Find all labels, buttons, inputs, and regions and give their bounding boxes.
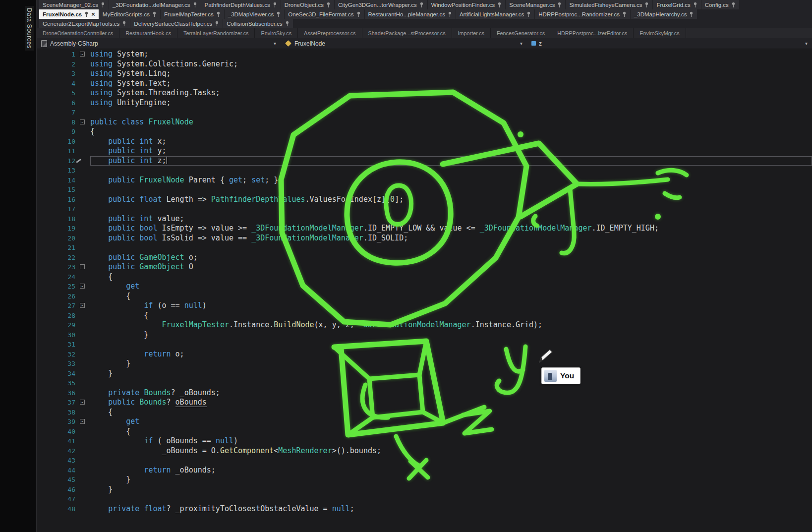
code-line-48[interactable]: 48 private float? _proximityToClosestObs… <box>37 504 812 514</box>
breakpoint-margin[interactable] <box>37 494 52 504</box>
breakpoint-margin[interactable] <box>37 166 52 176</box>
code-line-44[interactable]: 44 return _oBounds; <box>37 466 812 475</box>
code-line-25[interactable]: 25- get <box>37 282 812 292</box>
code-line-34[interactable]: 34 } <box>37 369 812 379</box>
code-line-40[interactable]: 40 { <box>37 427 812 437</box>
breakpoint-margin[interactable] <box>37 195 52 205</box>
fold-collapse-marker[interactable]: - <box>80 284 85 289</box>
type-dropdown[interactable]: FruxelNode ▾ <box>281 38 527 49</box>
code-line-30[interactable]: 30 } <box>37 330 812 340</box>
code-line-39[interactable]: 39- get <box>37 417 812 427</box>
tab-3dmapviewer-cs[interactable]: _3DMapViewer.cs <box>225 9 284 19</box>
tab-config-cs[interactable]: Config.cs <box>701 0 739 9</box>
close-icon[interactable]: × <box>91 11 95 17</box>
breakpoint-margin[interactable] <box>37 311 52 321</box>
breakpoint-margin[interactable] <box>37 59 52 69</box>
code-line-13[interactable]: 13 <box>37 166 812 176</box>
breakpoint-margin[interactable] <box>37 301 52 311</box>
code-line-4[interactable]: 4using System.Text; <box>37 79 812 89</box>
breakpoint-margin[interactable] <box>37 466 52 475</box>
breakpoint-margin[interactable] <box>37 118 52 127</box>
pin-icon[interactable] <box>693 2 697 8</box>
tab-importer-cs[interactable]: Importer.cs <box>452 28 491 38</box>
code-line-38[interactable]: 38 { <box>37 408 812 417</box>
code-line-28[interactable]: 28 { <box>37 311 812 321</box>
tab-fruxelmaptester-cs[interactable]: FruxelMapTester.cs <box>161 9 224 19</box>
code-line-11[interactable]: 11 public int y; <box>37 146 812 156</box>
chevron-down-icon[interactable]: ▾ <box>520 41 522 46</box>
pin-icon[interactable] <box>326 2 331 8</box>
tab-generator2exportmaptools-cs[interactable]: Generator2ExportMapTools.cs <box>39 19 130 28</box>
breakpoint-margin[interactable] <box>37 137 52 147</box>
breakpoint-margin[interactable] <box>37 282 52 292</box>
breakpoint-margin[interactable] <box>37 504 52 514</box>
pin-icon[interactable] <box>497 2 502 8</box>
tab-onesec3d-fileformat-cs[interactable]: OneSec3D_FileFormat.cs <box>285 9 364 19</box>
fold-collapse-marker[interactable]: - <box>80 419 85 424</box>
code-line-5[interactable]: 5using System.Threading.Tasks; <box>37 88 812 98</box>
code-line-41[interactable]: 41 if (_oBounds == null) <box>37 436 812 446</box>
breakpoint-margin[interactable] <box>37 340 52 350</box>
code-line-36[interactable]: 36 private Bounds? _oBounds; <box>37 388 812 398</box>
pin-icon[interactable] <box>101 2 105 8</box>
breakpoint-margin[interactable] <box>37 369 52 379</box>
code-line-16[interactable]: 16 public float Length => PathfinderDept… <box>37 195 812 205</box>
fold-collapse-marker[interactable]: - <box>80 52 85 57</box>
member-dropdown[interactable]: z ▾ <box>527 38 812 49</box>
tab-citygen3dgen-torwrapper-cs[interactable]: CityGen3DGen...torWrapper.cs <box>335 0 427 9</box>
code-line-10[interactable]: 10 public int x; <box>37 137 812 147</box>
code-line-29[interactable]: 29 FruxelMapTester.Instance.BuildNode(x,… <box>37 320 812 330</box>
breakpoint-margin[interactable] <box>37 69 52 79</box>
pin-icon[interactable] <box>273 2 277 8</box>
pin-icon[interactable] <box>193 2 197 8</box>
breakpoint-margin[interactable] <box>37 378 52 388</box>
code-line-15[interactable]: 15 <box>37 185 812 195</box>
code-line-9[interactable]: 9{ <box>37 127 812 137</box>
code-line-3[interactable]: 3using System.Linq; <box>37 69 812 79</box>
tab-droneorientationcontroller-cs[interactable]: DroneOrientationController.cs <box>37 28 119 38</box>
code-line-8[interactable]: 8-public class FruxelNode <box>37 118 812 127</box>
fold-collapse-marker[interactable]: - <box>80 400 85 405</box>
code-line-17[interactable]: 17 <box>37 204 812 214</box>
breakpoint-margin[interactable] <box>37 224 52 234</box>
fold-collapse-marker[interactable]: - <box>80 264 85 269</box>
breakpoint-margin[interactable] <box>37 79 52 89</box>
breakpoint-margin[interactable] <box>37 253 52 263</box>
code-line-14[interactable]: 14 public FruxelNode Parent { get; set; … <box>37 176 812 185</box>
tab-simulatedfisheyecamera-cs[interactable]: SimulatedFisheyeCamera.cs <box>566 0 652 9</box>
breakpoint-margin[interactable] <box>37 292 52 301</box>
breakpoint-margin[interactable] <box>37 330 52 340</box>
code-line-43[interactable]: 43 <box>37 456 812 466</box>
code-line-47[interactable]: 47 <box>37 494 812 504</box>
breakpoint-margin[interactable] <box>37 320 52 330</box>
tab-hdrppostproc-izereditor-cs[interactable]: HDRPPostproc...izerEditor.cs <box>551 28 634 38</box>
breakpoint-margin[interactable] <box>37 456 52 466</box>
tab-fruxelnode-cs[interactable]: FruxelNode.cs× <box>39 9 99 19</box>
code-line-20[interactable]: 20 public bool IsSolid => value == _3DFo… <box>37 234 812 243</box>
breakpoint-margin[interactable] <box>37 204 52 214</box>
breakpoint-margin[interactable] <box>37 359 52 369</box>
breakpoint-margin[interactable] <box>37 436 52 446</box>
code-line-23[interactable]: 23- public GameObject O <box>37 262 812 272</box>
tab-fencesgenerator-cs[interactable]: FencesGenerator.cs <box>491 28 551 38</box>
breakpoint-margin[interactable] <box>37 146 52 156</box>
project-dropdown[interactable]: Assembly-CSharp ▾ <box>37 38 281 49</box>
breakpoint-margin[interactable] <box>37 98 52 108</box>
breakpoint-margin[interactable] <box>37 214 52 224</box>
code-line-18[interactable]: 18 public int value; <box>37 214 812 224</box>
code-line-26[interactable]: 26 { <box>37 292 812 301</box>
breakpoint-margin[interactable] <box>37 417 52 427</box>
tab-scenemanager-02-cs[interactable]: SceneManager_02.cs <box>39 0 109 9</box>
tab-restaurantho-plemanager-cs[interactable]: RestaurantHo...pleManager.cs <box>365 9 456 19</box>
tab-deliverysurfaceclasshelper-cs[interactable]: DeliverySurfaceClassHelper.cs <box>130 19 223 28</box>
code-line-27[interactable]: 27- if (o == null) <box>37 301 812 311</box>
tab-pathfinderdepthvalues-cs[interactable]: PathfinderDepthValues.cs <box>201 0 281 9</box>
tab-restauranthook-cs[interactable]: RestaurantHook.cs <box>119 28 177 38</box>
pin-icon[interactable] <box>557 2 562 8</box>
code-editor[interactable]: 1-using System;2using System.Collections… <box>37 49 812 532</box>
tab-terrainlayerrandomizer-cs[interactable]: TerrainLayerRandomizer.cs <box>177 28 255 38</box>
code-line-42[interactable]: 42 _oBounds = O.GetComponent<MeshRendere… <box>37 446 812 456</box>
tab-3dmaphierarchy-cs[interactable]: _3DMapHierarchy.cs <box>631 9 697 19</box>
pin-icon[interactable] <box>215 21 219 27</box>
tab-myeditorscripts-cs[interactable]: MyEditorScripts.cs <box>99 9 160 19</box>
